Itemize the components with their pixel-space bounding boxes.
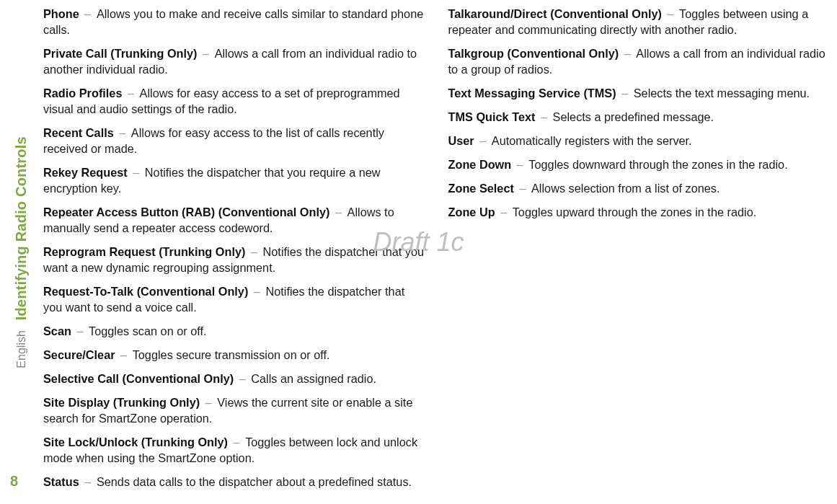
term: Status (43, 475, 79, 488)
separator: – (130, 166, 143, 179)
term: Zone Select (448, 182, 514, 195)
term: Rekey Request (43, 166, 128, 179)
description: Allows you to make and receive calls sim… (43, 7, 423, 36)
term: Site Lock/Unlock (Trunking Only) (43, 436, 228, 448)
definition-entry: Repeater Access Button (RAB) (Convention… (43, 204, 427, 236)
term: Talkgroup (Conventional Only) (448, 47, 619, 60)
term: Selective Call (Conventional Only) (43, 372, 234, 385)
definition-entry: Site Display (Trunking Only) – Views the… (43, 394, 427, 426)
description: Automatically registers with the server. (492, 134, 692, 147)
term: Site Display (Trunking Only) (43, 396, 200, 409)
definition-entry: Phone – Allows you to make and receive c… (43, 6, 427, 37)
separator: – (247, 245, 260, 258)
separator: – (74, 324, 87, 337)
separator: – (81, 475, 94, 488)
description: Selects a predefined message. (553, 110, 714, 123)
description: Allows selection from a list of zones. (531, 182, 720, 195)
term: Radio Profiles (43, 87, 122, 100)
term: Request-To-Talk (Conventional Only) (43, 285, 248, 298)
definition-entry: Request-To-Talk (Conventional Only) – No… (43, 283, 427, 315)
definition-entry: TMS Quick Text – Selects a predefined me… (448, 109, 832, 125)
separator: – (116, 126, 129, 139)
definition-entry: Site Lock/Unlock (Trunking Only) – Toggl… (43, 434, 427, 466)
term: Recent Calls (43, 126, 114, 139)
separator: – (621, 47, 634, 60)
term: Reprogram Request (Trunking Only) (43, 245, 245, 258)
separator: – (477, 134, 490, 147)
definition-entry: Rekey Request – Notifies the dispatcher … (43, 164, 427, 196)
term: TMS Quick Text (448, 110, 536, 123)
term: Private Call (Trunking Only) (43, 47, 198, 60)
description: Toggles downward through the zones in th… (528, 158, 787, 171)
content-columns: Phone – Allows you to make and receive c… (43, 6, 831, 498)
language-label: English (15, 330, 28, 368)
page-number: 8 (10, 473, 18, 490)
separator: – (516, 182, 529, 195)
term: Phone (43, 7, 79, 20)
section-title: Identifying Radio Controls (13, 136, 30, 320)
separator: – (124, 87, 137, 100)
definition-entry: Radio Profiles – Allows for easy access … (43, 85, 427, 117)
separator: – (236, 372, 249, 385)
description: Toggles upward through the zones in the … (513, 205, 757, 218)
separator: – (200, 47, 213, 60)
separator: – (332, 205, 345, 218)
definition-entry: Private Call (Trunking Only) – Allows a … (43, 45, 427, 77)
term: Secure/Clear (43, 348, 115, 361)
separator: – (537, 110, 550, 123)
definition-entry: Zone Down – Toggles downward through the… (448, 156, 832, 172)
definition-entry: Selective Call (Conventional Only) – Cal… (43, 371, 427, 386)
definition-entry: Talkgroup (Conventional Only) – Allows a… (448, 45, 832, 77)
description: Toggles secure transmission on or off. (133, 348, 330, 361)
term: Text Messaging Service (TMS) (448, 87, 616, 100)
definition-entry: Talkaround/Direct (Conventional Only) – … (448, 6, 832, 37)
definition-entry: Status – Sends data calls to the dispatc… (43, 474, 427, 490)
separator: – (664, 7, 677, 20)
definition-entry: User – Automatically registers with the … (448, 133, 832, 149)
definition-entry: Secure/Clear – Toggles secure transmissi… (43, 347, 427, 363)
description: Selects the text messaging menu. (634, 87, 810, 100)
separator: – (81, 7, 94, 20)
description: Toggles scan on or off. (89, 324, 207, 337)
definition-entry: Reprogram Request (Trunking Only) – Noti… (43, 244, 427, 275)
term: Zone Up (448, 205, 495, 218)
term: Talkaround/Direct (Conventional Only) (448, 7, 662, 20)
term: Repeater Access Button (RAB) (Convention… (43, 205, 329, 218)
separator: – (513, 158, 526, 171)
separator: – (619, 87, 632, 100)
definition-entry: Zone Up – Toggles upward through the zon… (448, 204, 832, 220)
definition-entry: Recent Calls – Allows for easy access to… (43, 125, 427, 156)
side-label: Identifying Radio Controls English (13, 136, 30, 368)
separator: – (202, 396, 215, 409)
term: Zone Down (448, 158, 512, 171)
definition-entry: Text Messaging Service (TMS) – Selects t… (448, 85, 832, 101)
separator: – (118, 348, 130, 361)
definition-entry: Scan – Toggles scan on or off. (43, 323, 427, 339)
definition-entry: Zone Select – Allows selection from a li… (448, 180, 832, 196)
description: Calls an assigned radio. (251, 372, 376, 385)
description: Sends data calls to the dispatcher about… (97, 475, 412, 488)
separator: – (230, 436, 243, 448)
separator: – (250, 285, 263, 298)
term: User (448, 134, 474, 147)
term: Scan (43, 324, 71, 337)
separator: – (497, 205, 510, 218)
